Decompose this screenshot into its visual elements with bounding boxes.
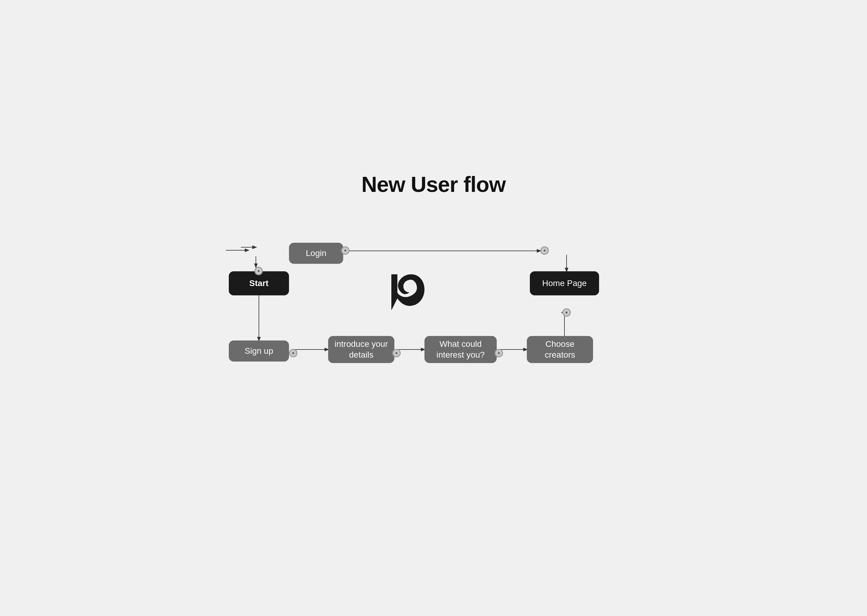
dot-interest-right [495, 349, 503, 357]
dot-signup-right [289, 349, 298, 357]
choose-creators-node[interactable]: Choose creators [527, 336, 593, 363]
dot-start-top [254, 267, 263, 275]
intro-details-node[interactable]: introduce your details [328, 336, 394, 363]
login-node[interactable]: Login [289, 243, 343, 264]
signup-node[interactable]: Sign up [229, 341, 289, 361]
dot-login-far-right [541, 246, 549, 255]
flow-arrows [217, 154, 650, 462]
dot-login-right [341, 246, 350, 255]
dot-homepage-bottom [562, 308, 571, 317]
interest-node[interactable]: What could interest you? [424, 336, 497, 363]
homepage-node[interactable]: Home Page [530, 271, 599, 295]
patreon-logo [388, 271, 424, 310]
canvas: New User flow [217, 154, 650, 462]
dot-intro-right [392, 349, 401, 357]
page-title: New User flow [361, 172, 506, 197]
